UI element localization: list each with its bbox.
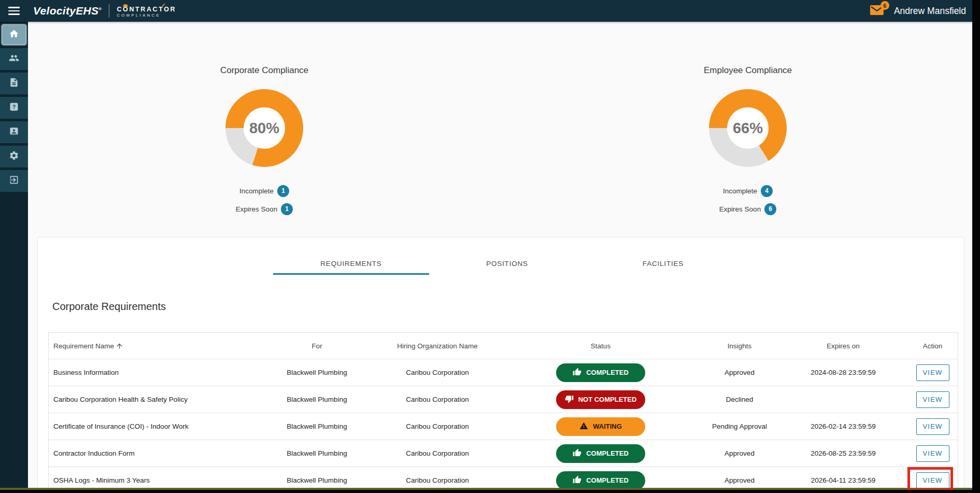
- view-button[interactable]: VIEW: [916, 445, 949, 462]
- sidebar-item-logout[interactable]: [0, 170, 28, 192]
- view-button[interactable]: VIEW: [916, 418, 949, 435]
- tab-requirements[interactable]: REQUIREMENTS: [273, 237, 429, 275]
- sidebar-item-people[interactable]: [0, 48, 28, 70]
- column-header-status[interactable]: Status: [502, 342, 699, 350]
- hard-hat-icon: [123, 4, 128, 7]
- sidebar-item-settings[interactable]: [0, 146, 28, 167]
- menu-icon[interactable]: [8, 7, 20, 15]
- requirements-table: Requirement NameForHiring Organization N…: [48, 332, 958, 493]
- incomplete-label: Incomplete: [723, 187, 757, 195]
- table-row: Caribou Corporation Health & Safety Poli…: [49, 386, 958, 413]
- action-cell: VIEW: [906, 418, 959, 435]
- expires-on-cell: 2026-02-14 23:59:59: [780, 422, 906, 430]
- topbar-right: 6 Andrew Mansfield: [870, 1, 966, 21]
- insights-cell: Pending Approval: [699, 422, 780, 430]
- requirement-name-cell: OSHA Logs - Minimum 3 Years: [49, 476, 261, 484]
- tab-positions[interactable]: POSITIONS: [429, 237, 585, 275]
- action-cell: VIEW: [906, 364, 959, 381]
- status-badge-waiting: WAITING: [556, 417, 645, 436]
- view-button[interactable]: VIEW: [916, 364, 949, 381]
- expires-soon-label: Expires Soon: [719, 205, 761, 213]
- hiring-organization-cell: Caribou Corporation: [373, 396, 502, 403]
- for-cell: Blackwell Plumbing: [261, 422, 373, 430]
- main-content: Corporate Compliance 80% Incomplete 1 Ex…: [28, 22, 972, 493]
- top-bar: VelocityEHS® CONTRACTOR ✓ COMPLIANCE 6 A…: [0, 0, 972, 22]
- hiring-organization-cell: Caribou Corporation: [373, 476, 502, 484]
- requirement-name-cell: Business Information: [49, 369, 261, 376]
- incomplete-count-badge[interactable]: 4: [761, 185, 773, 197]
- column-header-for[interactable]: For: [261, 342, 373, 350]
- document-icon: [9, 77, 19, 90]
- table-body: Business InformationBlackwell PlumbingCa…: [49, 359, 958, 493]
- mail-icon[interactable]: 6: [870, 5, 886, 21]
- sidebar-item-home[interactable]: [2, 24, 26, 45]
- expires-soon-label: Expires Soon: [236, 205, 277, 213]
- hiring-organization-cell: Caribou Corporation: [373, 422, 502, 430]
- action-cell: VIEW: [906, 391, 959, 408]
- requirements-card: REQUIREMENTSPOSITIONSFACILITIES Corporat…: [37, 237, 964, 493]
- view-button[interactable]: VIEW: [916, 472, 949, 489]
- expires-soon-count-badge[interactable]: 1: [281, 203, 293, 215]
- status-cell: NOT COMPLETED: [502, 390, 699, 409]
- status-badge-completed: COMPLETED: [556, 363, 645, 382]
- column-header-action[interactable]: Action: [906, 342, 959, 350]
- thumb-up-icon: [573, 448, 581, 459]
- user-name[interactable]: Andrew Mansfield: [894, 6, 966, 17]
- incomplete-count-badge[interactable]: 1: [277, 185, 289, 197]
- incomplete-kpi: Incomplete 1: [187, 185, 342, 197]
- status-cell: WAITING: [502, 417, 699, 436]
- table-row: Certificate of Insurance (COI) - Indoor …: [49, 413, 958, 440]
- for-cell: Blackwell Plumbing: [261, 449, 373, 457]
- thumb-down-icon: [565, 395, 574, 405]
- sidebar-nav: ?: [0, 22, 28, 493]
- column-header-requirement-name[interactable]: Requirement Name: [49, 342, 261, 350]
- expires-on-cell: 2026-08-25 23:59:59: [780, 449, 906, 457]
- sidebar-item-help[interactable]: ?: [0, 97, 28, 119]
- product-line1: CONTRACTOR: [117, 6, 176, 13]
- section-title: Corporate Requirements: [52, 301, 964, 313]
- tab-facilities[interactable]: FACILITIES: [585, 237, 741, 275]
- status-badge-not-completed: NOT COMPLETED: [556, 390, 645, 409]
- expires-on-cell: 2026-04-11 23:59:59: [780, 476, 906, 484]
- status-badge-completed: COMPLETED: [556, 444, 645, 463]
- requirement-name-cell: Contractor Induction Form: [49, 449, 261, 457]
- column-header-insights[interactable]: Insights: [699, 342, 780, 350]
- insights-cell: Approved: [699, 476, 780, 484]
- settings-icon: [9, 150, 19, 163]
- brand-logo: VelocityEHS®: [33, 5, 102, 17]
- requirement-name-cell: Certificate of Insurance (COI) - Indoor …: [49, 422, 261, 430]
- employee-percent-value: 66%: [727, 107, 769, 149]
- corporate-compliance-chart: Corporate Compliance 80% Incomplete 1 Ex…: [187, 65, 342, 215]
- for-cell: Blackwell Plumbing: [261, 396, 373, 403]
- corporate-donut-chart: 80%: [225, 89, 303, 167]
- table-header-row: Requirement NameForHiring Organization N…: [49, 333, 958, 359]
- brand-divider: [109, 4, 109, 18]
- svg-text:?: ?: [12, 104, 16, 110]
- action-cell: VIEW: [906, 472, 959, 489]
- requirement-name-cell: Caribou Corporation Health & Safety Poli…: [49, 396, 261, 403]
- for-cell: Blackwell Plumbing: [261, 369, 373, 376]
- chart-title: Employee Compliance: [670, 65, 826, 76]
- warning-icon: [579, 421, 588, 432]
- mail-count-badge: 6: [880, 1, 889, 10]
- expires-soon-kpi: Expires Soon 1: [187, 203, 342, 215]
- sort-ascending-icon: [116, 342, 123, 350]
- product-logo: CONTRACTOR ✓ COMPLIANCE: [117, 5, 176, 18]
- hiring-organization-cell: Caribou Corporation: [373, 369, 502, 376]
- incomplete-kpi: Incomplete 4: [670, 185, 826, 197]
- right-black-bar: [972, 0, 980, 493]
- insights-cell: Approved: [699, 369, 780, 376]
- sidebar-item-document[interactable]: [0, 73, 28, 94]
- expires-soon-kpi: Expires Soon 6: [670, 203, 826, 215]
- expires-soon-count-badge[interactable]: 6: [764, 203, 776, 215]
- table-row: Contractor Induction FormBlackwell Plumb…: [49, 440, 958, 467]
- thumb-up-icon: [573, 368, 581, 378]
- hiring-organization-cell: Caribou Corporation: [373, 449, 502, 457]
- for-cell: Blackwell Plumbing: [261, 476, 373, 484]
- insights-cell: Approved: [699, 449, 780, 457]
- column-header-hiring-organization-name[interactable]: Hiring Organization Name: [373, 342, 502, 350]
- employee-compliance-chart: Employee Compliance 66% Incomplete 4 Exp…: [670, 65, 826, 215]
- column-header-expires-on[interactable]: Expires on: [780, 342, 906, 350]
- sidebar-item-contact-card[interactable]: [0, 121, 28, 143]
- view-button[interactable]: VIEW: [916, 391, 949, 408]
